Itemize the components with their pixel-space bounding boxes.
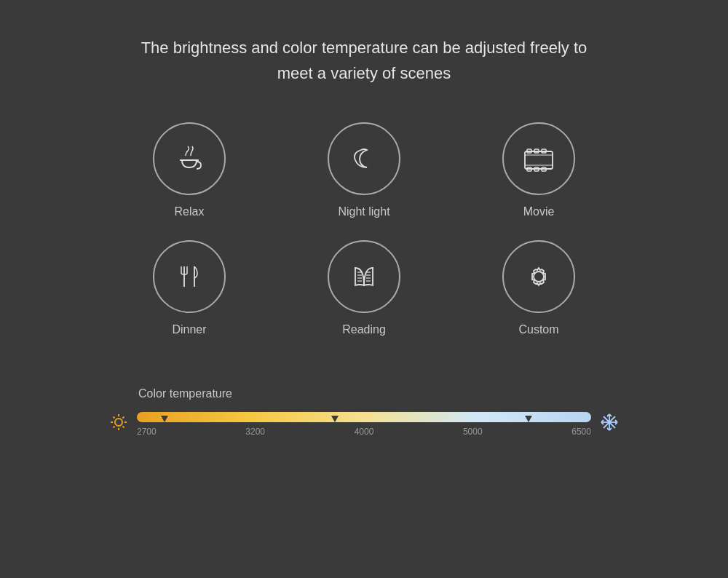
slider-row: 2700 3200 4000 5000 6500 <box>109 412 619 437</box>
sun-icon <box>109 413 128 436</box>
snowflake-icon <box>600 413 619 436</box>
relax-circle <box>153 122 226 195</box>
dinner-icon <box>170 258 208 296</box>
night-light-label: Night light <box>338 205 389 218</box>
movie-label: Movie <box>523 205 555 218</box>
dinner-label: Dinner <box>172 323 206 336</box>
relax-icon <box>170 140 208 178</box>
mode-dinner[interactable]: Dinner <box>124 240 255 336</box>
custom-label: Custom <box>518 323 558 336</box>
svg-line-29 <box>123 427 124 428</box>
svg-point-22 <box>534 272 544 282</box>
night-light-circle <box>328 122 400 195</box>
svg-rect-1 <box>525 151 553 169</box>
reading-circle <box>328 240 400 313</box>
svg-line-30 <box>123 417 124 419</box>
mode-relax[interactable]: Relax <box>124 122 255 218</box>
reading-label: Reading <box>342 323 386 336</box>
movie-icon <box>518 140 560 178</box>
relax-label: Relax <box>175 205 205 218</box>
custom-circle <box>502 240 575 313</box>
tick-4000: 4000 <box>355 427 374 437</box>
tick-marks: 2700 3200 4000 5000 6500 <box>137 427 591 437</box>
mode-night-light[interactable]: Night light <box>298 122 430 218</box>
mode-movie[interactable]: Movie <box>473 122 604 218</box>
tick-3200: 3200 <box>245 427 265 437</box>
tick-5000: 5000 <box>463 427 483 437</box>
svg-line-28 <box>114 417 115 419</box>
modes-grid: Relax Night light <box>124 122 604 336</box>
color-temp-section: Color temperature <box>109 387 619 437</box>
custom-icon <box>520 258 558 296</box>
movie-circle <box>502 122 575 195</box>
tick-2700: 2700 <box>137 427 157 437</box>
slider-track <box>137 412 591 422</box>
color-temp-slider[interactable]: 2700 3200 4000 5000 6500 <box>137 412 591 437</box>
svg-point-23 <box>115 419 122 426</box>
headline: The brightness and color temperature can… <box>141 35 587 86</box>
mode-custom[interactable]: Custom <box>473 240 604 336</box>
svg-line-31 <box>114 427 115 428</box>
reading-icon <box>345 258 383 296</box>
tick-6500: 6500 <box>571 427 591 437</box>
color-temp-title: Color temperature <box>138 387 232 400</box>
night-light-icon <box>345 140 383 178</box>
headline-line2: meet a variety of scenes <box>141 60 587 86</box>
headline-line1: The brightness and color temperature can… <box>141 35 587 60</box>
dinner-circle <box>153 240 226 313</box>
mode-reading[interactable]: Reading <box>298 240 430 336</box>
